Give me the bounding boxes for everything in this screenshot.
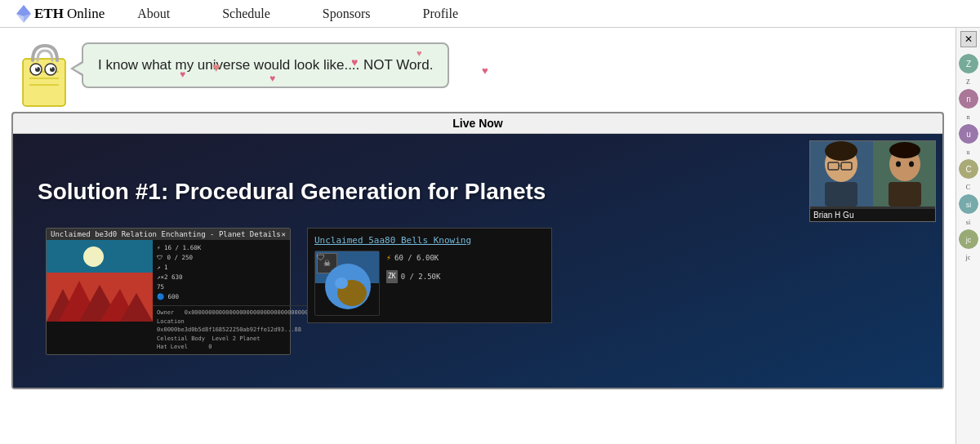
clippy-area: I know what my universe would look like.… — [0, 28, 956, 112]
planet-preview: ☠ 🛡 — [314, 251, 380, 316]
brand-eth: ETH — [34, 6, 64, 22]
nav-sponsors[interactable]: Sponsors — [323, 7, 371, 20]
svg-text:Z: Z — [965, 60, 970, 69]
sidebar-text-3: u — [958, 149, 979, 156]
clippy-icon — [16, 42, 74, 108]
sidebar-avatar-1[interactable]: Z — [959, 54, 978, 73]
svg-point-23 — [825, 141, 858, 161]
planet-window-body: ⚡ 16 / 1.60K 🛡 0 / 250 ↗ 1 ↗×2 630 75 🔵 … — [47, 240, 290, 354]
planet-window: Unclaimed be3d0 Relation Enchanting - Pl… — [46, 228, 291, 355]
shield-icon: 🛡 — [317, 253, 325, 262]
planet-sphere — [323, 262, 372, 311]
svg-point-12 — [51, 67, 52, 69]
svg-rect-3 — [23, 59, 65, 106]
live-bar: Live Now — [13, 113, 942, 134]
navbar: ETHOnline About Schedule Sponsors Profil… — [0, 0, 980, 28]
nav-profile[interactable]: Profile — [423, 7, 459, 20]
right-panel-slide: Unclaimed 5aa80 Bells Knowing ☠ 🛡 — [307, 228, 552, 323]
svg-text:n: n — [966, 95, 971, 104]
person2-svg — [873, 141, 936, 206]
svg-point-31 — [896, 162, 901, 167]
clippy-message: I know what my universe would look like.… — [98, 57, 433, 73]
sidebar-text-5: si — [958, 219, 979, 226]
planet-window-title: Unclaimed be3d0 Relation Enchanting - Pl… — [47, 229, 290, 240]
sidebar-text-2: n — [958, 113, 979, 121]
svg-point-8 — [35, 67, 40, 72]
camera-feed: Brian H Gu — [809, 140, 936, 222]
brand-online: Online — [67, 6, 105, 22]
planet-info: Owner 0x00000000000000000000000000000000… — [153, 305, 333, 354]
sidebar-text-6: jc — [958, 254, 979, 261]
brand[interactable]: ETHOnline — [16, 5, 105, 23]
sidebar-text-4: C — [958, 184, 979, 191]
svg-point-20 — [335, 278, 348, 289]
person1 — [810, 141, 873, 206]
svg-rect-27 — [825, 182, 858, 206]
sidebar-text-1: Z — [958, 78, 979, 86]
svg-rect-33 — [889, 182, 921, 206]
avatar-icon-1: Z — [959, 54, 978, 73]
lightning-icon: ⚡ — [386, 251, 391, 265]
right-sidebar: ✕ Z Z n n u u C — [956, 28, 980, 444]
avatar-icon-2: n — [959, 89, 978, 109]
svg-point-11 — [50, 67, 55, 72]
left-panel: I know what my universe would look like.… — [0, 28, 956, 444]
video-content: Solution #1: Procedural Generation for P… — [13, 134, 942, 389]
right-panel-title: Unclaimed 5aa80 Bells Knowing — [314, 235, 545, 246]
planet-scene — [47, 240, 153, 322]
planet-moon — [83, 246, 104, 267]
nav-schedule[interactable]: Schedule — [222, 7, 270, 20]
sidebar-avatar-4[interactable]: C — [959, 159, 978, 179]
eth-logo-icon — [16, 5, 31, 23]
svg-text:si: si — [965, 201, 971, 209]
svg-text:C: C — [965, 165, 971, 174]
nav-links: About Schedule Sponsors Profile — [137, 7, 507, 21]
mountain-svg — [47, 273, 153, 322]
sidebar-avatar-5[interactable]: si — [959, 194, 978, 214]
nav-about[interactable]: About — [137, 7, 170, 20]
svg-marker-0 — [16, 5, 31, 16]
svg-point-32 — [909, 162, 914, 167]
avatar-icon-4: C — [959, 159, 978, 179]
live-label: Live Now — [452, 117, 502, 130]
speech-bubble: I know what my universe would look like.… — [82, 42, 449, 88]
svg-text:u: u — [966, 130, 971, 139]
right-panel-body: ☠ 🛡 ⚡ — [314, 251, 545, 316]
camera-label: Brian H Gu — [810, 209, 935, 221]
svg-point-30 — [889, 142, 920, 158]
sidebar-avatar-3[interactable]: u — [959, 124, 978, 144]
zk-badge: ZK — [386, 270, 398, 283]
svg-point-9 — [36, 67, 38, 69]
avatar-icon-5: si — [959, 194, 978, 214]
clippy-figure — [16, 42, 74, 104]
main-content: I know what my universe would look like.… — [0, 28, 980, 444]
person1-svg — [810, 141, 873, 206]
planet-stats: ⚡ 16 / 1.60K 🛡 0 / 250 ↗ 1 ↗×2 630 75 🔵 … — [153, 240, 333, 305]
sidebar-avatar-2[interactable]: n — [959, 89, 978, 109]
planet-stats2: ⚡ 60 / 6.00K ZK 0 / 2.50K — [386, 251, 440, 316]
sidebar-avatar-6[interactable]: jc — [959, 229, 978, 249]
person2 — [873, 141, 936, 206]
slide-title: Solution #1: Procedural Generation for P… — [38, 179, 546, 205]
video-container: Live Now Solution #1: Procedural Generat… — [11, 112, 944, 389]
close-button[interactable]: ✕ — [960, 31, 977, 47]
svg-text:jc: jc — [964, 236, 971, 244]
avatar-icon-6: jc — [959, 229, 978, 249]
avatar-icon-3: u — [959, 124, 978, 144]
camera-persons — [810, 141, 935, 206]
